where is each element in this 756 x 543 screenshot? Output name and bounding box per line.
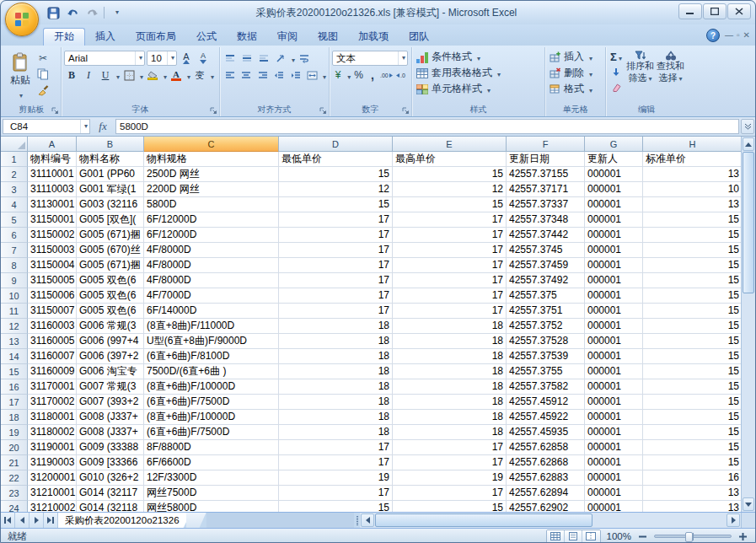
cell-C10[interactable]: 4F/7000D — [144, 288, 279, 304]
row-header-20[interactable]: 20 — [1, 440, 28, 455]
cell-E21[interactable]: 17 — [393, 455, 507, 470]
column-header-F[interactable]: F — [507, 137, 585, 152]
bold-button[interactable]: B — [64, 68, 79, 83]
cell-B22[interactable]: G010 (326+2 — [77, 470, 144, 486]
row-header-3[interactable]: 3 — [1, 182, 28, 197]
cell-H1[interactable]: 标准单价 — [643, 152, 743, 167]
cell-E1[interactable]: 最高单价 — [393, 152, 507, 167]
cell-A17[interactable]: 31170002 — [28, 395, 77, 410]
workbook-restore-icon[interactable]: ▫ — [737, 31, 740, 40]
cell-B10[interactable]: G005 双色(6 — [77, 288, 144, 304]
cell-H5[interactable]: 15 — [643, 212, 743, 228]
row-header-24[interactable]: 24 — [1, 501, 28, 512]
cell-B16[interactable]: G007 常规(3 — [77, 379, 144, 395]
cell-C15[interactable]: 7500D/(6直+6曲 ) — [144, 364, 279, 379]
cell-E10[interactable]: 17 — [393, 288, 507, 304]
cell-F21[interactable]: 42557.62868 — [507, 455, 585, 470]
cell-A7[interactable]: 31150003 — [28, 243, 77, 258]
number-format-combo[interactable]: 文本 — [332, 51, 408, 66]
expand-formula-bar-button[interactable] — [741, 119, 754, 134]
next-sheet-button[interactable] — [29, 513, 44, 528]
cell-H4[interactable]: 13 — [643, 197, 743, 212]
zoom-slider-thumb[interactable] — [685, 532, 693, 542]
cell-F2[interactable]: 42557.37155 — [507, 167, 585, 182]
fill-button[interactable] — [609, 65, 624, 79]
cell-A23[interactable]: 31210001 — [28, 486, 77, 501]
cell-E22[interactable]: 19 — [393, 470, 507, 486]
horizontal-scroll-track[interactable] — [592, 513, 726, 527]
middle-align-button[interactable] — [239, 51, 255, 66]
cell-E12[interactable]: 18 — [393, 319, 507, 334]
cell-C9[interactable]: 4F/8000D — [144, 273, 279, 288]
column-header-C[interactable]: C — [144, 137, 279, 152]
row-header-15[interactable]: 15 — [1, 364, 28, 379]
font-color-button[interactable]: A — [169, 68, 184, 83]
cell-F12[interactable]: 42557.3752 — [507, 319, 585, 334]
cell-F3[interactable]: 42557.37171 — [507, 182, 585, 197]
cell-G22[interactable]: 000001 — [585, 470, 643, 486]
scroll-right-button[interactable] — [727, 513, 740, 527]
row-header-7[interactable]: 7 — [1, 243, 28, 258]
row-header-10[interactable]: 10 — [1, 288, 28, 304]
formula-input[interactable]: 5800D — [115, 119, 739, 134]
cell-E4[interactable]: 15 — [393, 197, 507, 212]
cell-E11[interactable]: 17 — [393, 304, 507, 319]
cell-G5[interactable]: 000001 — [585, 212, 643, 228]
row-header-14[interactable]: 14 — [1, 349, 28, 364]
horizontal-scrollbar[interactable] — [360, 513, 741, 528]
cell-F10[interactable]: 42557.375 — [507, 288, 585, 304]
bottom-align-button[interactable] — [256, 51, 271, 66]
row-header-23[interactable]: 23 — [1, 486, 28, 501]
tab-team[interactable]: 团队 — [399, 28, 439, 46]
grow-font-button[interactable]: A — [179, 51, 194, 66]
row-header-22[interactable]: 22 — [1, 470, 28, 486]
cell-F17[interactable]: 42557.45912 — [507, 395, 585, 410]
redo-button[interactable] — [83, 5, 100, 20]
cell-F9[interactable]: 42557.37492 — [507, 273, 585, 288]
cell-A16[interactable]: 31170001 — [28, 379, 77, 395]
cell-F5[interactable]: 42557.37348 — [507, 212, 585, 228]
cell-D2[interactable]: 15 — [279, 167, 393, 182]
cell-D14[interactable]: 18 — [279, 349, 393, 364]
italic-button[interactable]: I — [81, 68, 96, 83]
cell-F16[interactable]: 42557.37582 — [507, 379, 585, 395]
cell-H24[interactable]: 13 — [643, 501, 743, 512]
accounting-format-button[interactable]: ¥ — [332, 68, 344, 83]
row-header-12[interactable]: 12 — [1, 319, 28, 334]
cell-G12[interactable]: 000001 — [585, 319, 643, 334]
sheet-tab-active[interactable]: 采购价表20200120o21326 — [58, 513, 191, 528]
cell-A21[interactable]: 31190003 — [28, 455, 77, 470]
row-header-17[interactable]: 17 — [1, 395, 28, 410]
top-align-button[interactable] — [223, 51, 238, 66]
column-header-D[interactable]: D — [279, 137, 393, 152]
cell-B5[interactable]: G005 [双色]( — [77, 212, 144, 228]
zoom-in-button[interactable] — [737, 531, 748, 542]
cell-G6[interactable]: 000001 — [585, 228, 643, 243]
row-header-8[interactable]: 8 — [1, 258, 28, 273]
cell-C6[interactable]: 6F/12000D — [144, 228, 279, 243]
cell-D15[interactable]: 18 — [279, 364, 393, 379]
cell-B23[interactable]: G014 (32117 — [77, 486, 144, 501]
cell-B19[interactable]: G008 (J337+ — [77, 425, 144, 440]
cell-E8[interactable]: 17 — [393, 258, 507, 273]
cell-A22[interactable]: 31200001 — [28, 470, 77, 486]
row-header-6[interactable]: 6 — [1, 228, 28, 243]
column-header-E[interactable]: E — [393, 137, 507, 152]
cell-B21[interactable]: G009 [33366 — [77, 455, 144, 470]
cell-E3[interactable]: 12 — [393, 182, 507, 197]
cell-G19[interactable]: 000001 — [585, 425, 643, 440]
vertical-scroll-track[interactable] — [743, 294, 754, 497]
cell-D18[interactable]: 18 — [279, 410, 393, 425]
cell-D5[interactable]: 17 — [279, 212, 393, 228]
cell-G18[interactable]: 000001 — [585, 410, 643, 425]
cell-C23[interactable]: 网丝7500D — [144, 486, 279, 501]
tab-formulas[interactable]: 公式 — [186, 28, 227, 46]
minimize-button[interactable] — [678, 3, 702, 19]
cell-C19[interactable]: (6直+6曲)F/7500D — [144, 425, 279, 440]
cell-B17[interactable]: G007 (393+2 — [77, 395, 144, 410]
cell-E23[interactable]: 17 — [393, 486, 507, 501]
cell-A11[interactable]: 31150007 — [28, 304, 77, 319]
cell-B12[interactable]: G006 常规(3 — [77, 319, 144, 334]
cell-E7[interactable]: 17 — [393, 243, 507, 258]
cell-A14[interactable]: 31160007 — [28, 349, 77, 364]
